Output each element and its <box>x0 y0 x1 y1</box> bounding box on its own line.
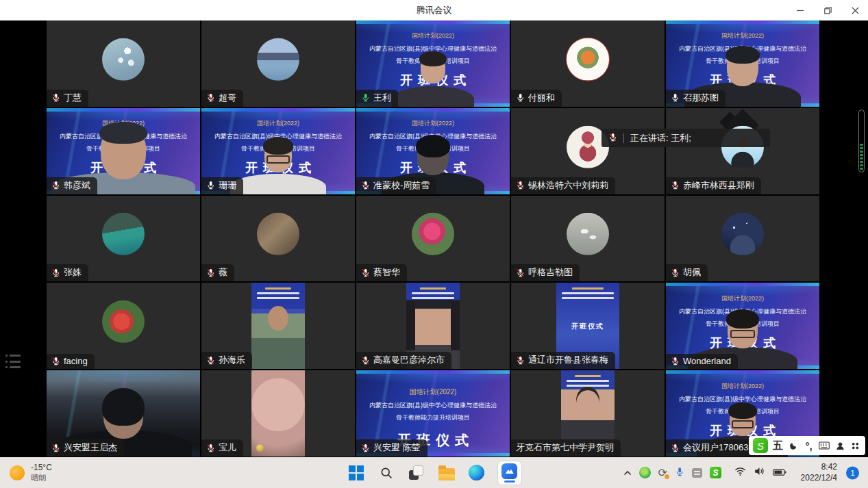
notification-badge[interactable]: 1 <box>846 466 859 479</box>
participant-tile[interactable]: 高嘉曼巴彦淖尔市 <box>356 283 510 369</box>
participant-tile[interactable]: 国培计划(2022)内蒙古自治区旗(县)级中学心理健康与道德法治骨干教师能力提升… <box>356 21 510 107</box>
participant-nameplate: 高嘉曼巴彦淖尔市 <box>356 352 451 369</box>
participant-nameplate: 王利 <box>356 90 398 107</box>
participant-tile[interactable]: 国培计划(2022)内蒙古自治区旗(县)级中学心理健康与道德法治骨干教师能力提升… <box>47 108 200 194</box>
participant-tile[interactable]: 胡佩 <box>666 196 819 282</box>
participant-avatar <box>566 37 610 81</box>
toolbox-icon[interactable] <box>847 436 863 455</box>
participant-tile[interactable]: 锡林浩特六中刘莉莉 <box>511 108 665 194</box>
participant-tile[interactable]: 超哥 <box>201 21 355 107</box>
video-edge-streak <box>356 370 510 374</box>
participant-name: 准蒙校-周茹雪 <box>373 179 430 192</box>
participant-avatar <box>257 38 299 81</box>
participant-tile[interactable]: 赤峰市林西县郑刚 <box>666 108 819 194</box>
participant-tile[interactable]: 付丽和 <box>511 21 665 107</box>
participant-tile[interactable]: 张姝 <box>47 196 200 282</box>
participant-tile[interactable]: 薇 <box>201 196 355 282</box>
member-list-icon[interactable] <box>5 355 21 368</box>
participant-tile[interactable]: 孙海乐 <box>201 283 355 369</box>
tencent-meeting-window: 腾讯会议 丁慧超哥国培计划(2022)内蒙古自治区旗(县)级中学心理健康与道德法… <box>0 0 868 488</box>
tencent-meeting-taskbar-button[interactable] <box>497 461 522 485</box>
participant-nameplate: 牙克石市第七中学尹贺明 <box>511 439 621 457</box>
hidden-icons-chevron[interactable] <box>623 467 632 479</box>
titlebar: 腾讯会议 <box>0 0 868 21</box>
close-button[interactable] <box>849 3 861 18</box>
participant-nameplate: 通辽市开鲁县张春梅 <box>511 352 615 369</box>
participant-name: 薇 <box>219 266 227 279</box>
participant-nameplate: 蔡智华 <box>356 264 407 281</box>
participant-name: 通辽市开鲁县张春梅 <box>528 354 608 366</box>
participant-tile[interactable]: 国培计划(2022)内蒙古自治区旗(县)级中学心理健康与道德法治骨干教师能力提升… <box>666 21 819 107</box>
window-controls <box>794 0 861 21</box>
participant-tile[interactable]: 呼格吉勒图 <box>511 196 665 282</box>
participant-nameplate: 兴安盟王启杰 <box>47 439 124 457</box>
virtual-background-text: 国培计划(2022)内蒙古自治区旗(县)级中学心理健康与道德法治骨干教师能力提升… <box>666 31 819 88</box>
participant-name: 付丽和 <box>528 92 555 104</box>
ime-punctuation[interactable]: °, <box>801 436 817 455</box>
night-mode-moon-icon[interactable] <box>786 436 802 455</box>
participant-nameplate: 张姝 <box>47 264 88 281</box>
participant-tile[interactable]: facing <box>47 283 200 369</box>
volume-icon[interactable] <box>754 466 765 479</box>
participant-tile[interactable]: 丁慧 <box>47 21 200 107</box>
clock-time: 8:42 <box>801 462 837 473</box>
virtual-background-text: 国培计划(2022)内蒙古自治区旗(县)级中学心理健康与道德法治骨干教师能力提升… <box>356 31 510 88</box>
mic-speaking-icon <box>361 93 370 102</box>
ime-mode-wubi[interactable]: 五 <box>770 436 786 455</box>
battery-icon[interactable] <box>773 467 786 479</box>
participant-nameplate: 胡佩 <box>666 264 708 281</box>
participant-tile[interactable]: 宝儿 <box>201 370 355 457</box>
start-button[interactable] <box>347 463 366 483</box>
participant-nameplate: 召那苏图 <box>666 90 726 107</box>
participant-name: Wonderland <box>683 356 731 366</box>
minimize-button[interactable] <box>794 3 806 18</box>
weather-widget[interactable]: -15°C 晴朗 <box>10 457 52 488</box>
security-tray-icon[interactable] <box>639 467 651 478</box>
participant-name: 牙克石市第七中学尹贺明 <box>516 441 614 454</box>
folder-icon <box>438 468 455 480</box>
file-explorer-button[interactable] <box>437 463 456 483</box>
participant-tile[interactable]: 兴安盟王启杰 <box>47 370 200 457</box>
participant-tile[interactable]: 国培计划(2022)内蒙古自治区旗(县)级中学心理健康与道德法治骨干教师能力提升… <box>356 108 510 194</box>
device-tray-icon[interactable] <box>692 468 702 478</box>
speaking-banner[interactable]: 正在讲话: 王利; <box>602 129 770 147</box>
participant-nameplate: 锡林浩特六中刘莉莉 <box>511 177 615 194</box>
mic-muted-icon <box>206 93 215 102</box>
search-button[interactable] <box>377 463 396 483</box>
participant-grid: 丁慧超哥国培计划(2022)内蒙古自治区旗(县)级中学心理健康与道德法治骨干教师… <box>47 21 819 457</box>
virtual-background-text <box>562 287 614 302</box>
participant-name: 丁慧 <box>64 92 82 104</box>
participant-tile[interactable]: 国培计划(2022)内蒙古自治区旗(县)级中学心理健康与道德法治骨干教师能力提升… <box>201 108 355 194</box>
sun-icon <box>10 465 25 480</box>
edge-button[interactable] <box>467 463 486 483</box>
task-view-button[interactable] <box>407 463 426 483</box>
participant-tile[interactable]: 开班仪式通辽市开鲁县张春梅 <box>511 283 665 369</box>
mic-muted-icon <box>51 93 60 102</box>
sogou-tray-icon[interactable]: S <box>710 467 721 478</box>
participant-name: 兴安盟 陈莹 <box>373 441 421 454</box>
participant-name: 超哥 <box>219 92 236 104</box>
mic-muted-icon <box>361 444 370 452</box>
my-mic-muted-icon <box>608 133 617 144</box>
clock[interactable]: 8:42 2022/12/4 <box>801 457 837 488</box>
speaking-banner-label: 正在讲话: 王利; <box>630 132 691 144</box>
mic-muted-icon <box>516 356 525 365</box>
participant-nameplate: facing <box>47 354 95 369</box>
participant-nameplate: 兴安盟 陈莹 <box>356 439 427 457</box>
participant-tile[interactable]: 国培计划(2022)内蒙古自治区旗(县)级中学心理健康与道德法治骨干教师能力提升… <box>356 370 510 457</box>
participant-avatar <box>102 38 145 81</box>
soft-keyboard-icon[interactable] <box>817 436 832 455</box>
sync-tray-icon[interactable]: ⟳ <box>658 467 667 478</box>
taskbar: -15°C 晴朗 ⟳ S 8:42 <box>0 457 868 488</box>
participant-tile[interactable]: 牙克石市第七中学尹贺明 <box>511 370 665 457</box>
skin-icon[interactable] <box>832 436 848 455</box>
sogou-logo[interactable]: S <box>753 438 768 453</box>
microphone-tray-icon[interactable] <box>675 466 684 480</box>
participant-tile[interactable]: 国培计划(2022)内蒙古自治区旗(县)级中学心理健康与道德法治骨干教师能力提升… <box>666 283 819 369</box>
wifi-icon[interactable] <box>734 467 746 479</box>
mic-muted-icon <box>51 357 60 365</box>
participant-tile[interactable]: 蔡智华 <box>356 196 510 282</box>
restore-button[interactable] <box>821 3 834 18</box>
video-edge-streak <box>201 108 355 112</box>
participant-name: 呼格吉勒图 <box>528 266 573 279</box>
